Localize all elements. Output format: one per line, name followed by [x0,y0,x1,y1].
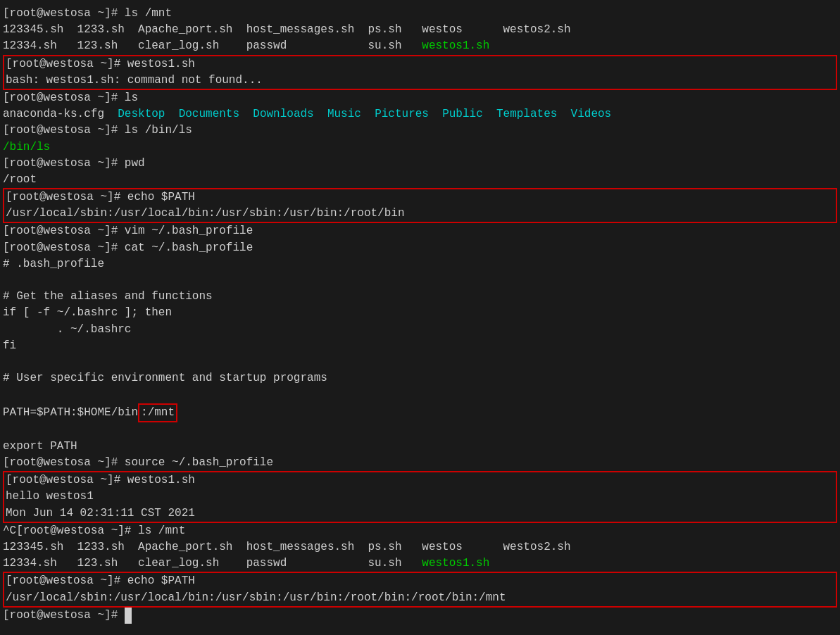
boxed-block-1: [root@westosa ~]# westos1.sh bash: westo… [3,55,837,90]
line-15: [root@westosa ~]# cat ~/.bash_profile [3,240,837,256]
boxed-block-2: [root@westosa ~]# echo $PATH /usr/local/… [3,188,837,223]
line-28: [root@westosa ~]# source ~/.bash_profile [3,455,837,471]
line-19: if [ -f ~/.bashrc ]; then [3,305,837,321]
line-9: /bin/ls [3,139,837,156]
line-23: # User specific environment and startup … [3,370,837,386]
line-26 [3,422,837,439]
cursor [125,608,132,624]
line-17 [3,272,837,289]
line-25: PATH=$PATH:$HOME/bin:/mnt [3,403,837,422]
line-6: [root@westosa ~]# ls [3,90,837,106]
line-22 [3,354,837,370]
line-24 [3,386,837,403]
line-7: anaconda-ks.cfg Desktop Documents Downlo… [3,106,837,122]
line-20: . ~/.bashrc [3,322,837,338]
boxed-block-3: [root@westosa ~]# westos1.sh hello westo… [3,471,837,523]
line-10: [root@westosa ~]# pwd [3,156,837,172]
terminal-window[interactable]: [root@westosa ~]# ls /mnt 123345.sh 1233… [0,0,840,629]
line-33: 123345.sh 1233.sh Apache_port.sh host_me… [3,539,837,555]
boxed-block-4: [root@westosa ~]# echo $PATH /usr/local/… [3,572,837,607]
line-2: 123345.sh 1233.sh Apache_port.sh host_me… [3,22,837,38]
line-34: 12334.sh 123.sh clear_log.sh passwd su.s… [3,555,837,572]
line-18: # Get the aliases and functions [3,289,837,305]
line-14: [root@westosa ~]# vim ~/.bash_profile [3,223,837,239]
line-37: [root@westosa ~]# [3,608,837,624]
line-27: export PATH [3,439,837,455]
line-16: # .bash_profile [3,256,837,272]
line-1: [root@westosa ~]# ls /mnt [3,6,837,22]
line-11: /root [3,172,837,188]
line-32: ^C[root@westosa ~]# ls /mnt [3,523,837,539]
line-8: [root@westosa ~]# ls /bin/ls [3,122,837,139]
line-3: 12334.sh 123.sh clear_log.sh passwd su.s… [3,38,837,54]
line-21: fi [3,338,837,354]
